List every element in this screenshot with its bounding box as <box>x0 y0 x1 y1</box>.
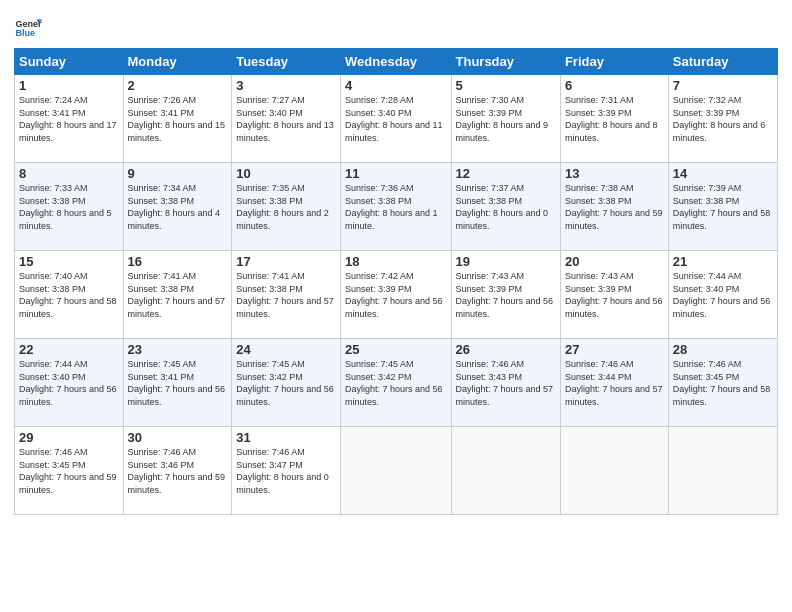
calendar-week-row: 22Sunrise: 7:44 AMSunset: 3:40 PMDayligh… <box>15 339 778 427</box>
calendar-day-cell: 2Sunrise: 7:26 AMSunset: 3:41 PMDaylight… <box>123 75 232 163</box>
logo-icon: General Blue <box>14 14 42 42</box>
day-info: Sunrise: 7:46 AMSunset: 3:45 PMDaylight:… <box>19 446 119 496</box>
day-number: 24 <box>236 342 336 357</box>
calendar-day-cell: 19Sunrise: 7:43 AMSunset: 3:39 PMDayligh… <box>451 251 560 339</box>
weekday-header-cell: Tuesday <box>232 49 341 75</box>
day-info: Sunrise: 7:33 AMSunset: 3:38 PMDaylight:… <box>19 182 119 232</box>
calendar-day-cell: 3Sunrise: 7:27 AMSunset: 3:40 PMDaylight… <box>232 75 341 163</box>
day-number: 11 <box>345 166 446 181</box>
day-info: Sunrise: 7:44 AMSunset: 3:40 PMDaylight:… <box>673 270 773 320</box>
calendar-week-row: 29Sunrise: 7:46 AMSunset: 3:45 PMDayligh… <box>15 427 778 515</box>
day-number: 4 <box>345 78 446 93</box>
day-info: Sunrise: 7:36 AMSunset: 3:38 PMDaylight:… <box>345 182 446 232</box>
day-info: Sunrise: 7:46 AMSunset: 3:45 PMDaylight:… <box>673 358 773 408</box>
day-number: 19 <box>456 254 556 269</box>
day-info: Sunrise: 7:45 AMSunset: 3:41 PMDaylight:… <box>128 358 228 408</box>
calendar-day-cell: 25Sunrise: 7:45 AMSunset: 3:42 PMDayligh… <box>341 339 451 427</box>
weekday-header-cell: Thursday <box>451 49 560 75</box>
calendar-day-cell: 7Sunrise: 7:32 AMSunset: 3:39 PMDaylight… <box>668 75 777 163</box>
calendar-day-cell: 8Sunrise: 7:33 AMSunset: 3:38 PMDaylight… <box>15 163 124 251</box>
day-number: 14 <box>673 166 773 181</box>
day-number: 25 <box>345 342 446 357</box>
calendar-day-cell: 1Sunrise: 7:24 AMSunset: 3:41 PMDaylight… <box>15 75 124 163</box>
day-info: Sunrise: 7:34 AMSunset: 3:38 PMDaylight:… <box>128 182 228 232</box>
calendar-day-cell: 5Sunrise: 7:30 AMSunset: 3:39 PMDaylight… <box>451 75 560 163</box>
calendar-day-cell: 12Sunrise: 7:37 AMSunset: 3:38 PMDayligh… <box>451 163 560 251</box>
day-number: 22 <box>19 342 119 357</box>
calendar-day-cell <box>341 427 451 515</box>
calendar-table: SundayMondayTuesdayWednesdayThursdayFrid… <box>14 48 778 515</box>
day-number: 9 <box>128 166 228 181</box>
day-info: Sunrise: 7:45 AMSunset: 3:42 PMDaylight:… <box>236 358 336 408</box>
day-number: 7 <box>673 78 773 93</box>
calendar-day-cell: 24Sunrise: 7:45 AMSunset: 3:42 PMDayligh… <box>232 339 341 427</box>
day-number: 1 <box>19 78 119 93</box>
day-number: 16 <box>128 254 228 269</box>
day-number: 8 <box>19 166 119 181</box>
day-number: 30 <box>128 430 228 445</box>
weekday-header-cell: Wednesday <box>341 49 451 75</box>
day-info: Sunrise: 7:28 AMSunset: 3:40 PMDaylight:… <box>345 94 446 144</box>
weekday-header-cell: Saturday <box>668 49 777 75</box>
calendar-day-cell: 13Sunrise: 7:38 AMSunset: 3:38 PMDayligh… <box>560 163 668 251</box>
weekday-header-row: SundayMondayTuesdayWednesdayThursdayFrid… <box>15 49 778 75</box>
day-number: 17 <box>236 254 336 269</box>
day-number: 31 <box>236 430 336 445</box>
weekday-header-cell: Friday <box>560 49 668 75</box>
day-info: Sunrise: 7:31 AMSunset: 3:39 PMDaylight:… <box>565 94 664 144</box>
day-info: Sunrise: 7:30 AMSunset: 3:39 PMDaylight:… <box>456 94 556 144</box>
day-number: 27 <box>565 342 664 357</box>
day-info: Sunrise: 7:46 AMSunset: 3:44 PMDaylight:… <box>565 358 664 408</box>
day-number: 21 <box>673 254 773 269</box>
calendar-week-row: 8Sunrise: 7:33 AMSunset: 3:38 PMDaylight… <box>15 163 778 251</box>
day-info: Sunrise: 7:37 AMSunset: 3:38 PMDaylight:… <box>456 182 556 232</box>
calendar-day-cell: 20Sunrise: 7:43 AMSunset: 3:39 PMDayligh… <box>560 251 668 339</box>
day-info: Sunrise: 7:42 AMSunset: 3:39 PMDaylight:… <box>345 270 446 320</box>
calendar-day-cell: 26Sunrise: 7:46 AMSunset: 3:43 PMDayligh… <box>451 339 560 427</box>
day-info: Sunrise: 7:46 AMSunset: 3:43 PMDaylight:… <box>456 358 556 408</box>
day-info: Sunrise: 7:41 AMSunset: 3:38 PMDaylight:… <box>236 270 336 320</box>
day-number: 13 <box>565 166 664 181</box>
day-info: Sunrise: 7:46 AMSunset: 3:47 PMDaylight:… <box>236 446 336 496</box>
day-info: Sunrise: 7:46 AMSunset: 3:46 PMDaylight:… <box>128 446 228 496</box>
day-info: Sunrise: 7:44 AMSunset: 3:40 PMDaylight:… <box>19 358 119 408</box>
weekday-header-cell: Monday <box>123 49 232 75</box>
page-header: General Blue <box>14 10 778 42</box>
calendar-day-cell: 9Sunrise: 7:34 AMSunset: 3:38 PMDaylight… <box>123 163 232 251</box>
day-number: 3 <box>236 78 336 93</box>
day-number: 5 <box>456 78 556 93</box>
calendar-day-cell: 16Sunrise: 7:41 AMSunset: 3:38 PMDayligh… <box>123 251 232 339</box>
svg-text:Blue: Blue <box>15 28 35 38</box>
calendar-day-cell: 28Sunrise: 7:46 AMSunset: 3:45 PMDayligh… <box>668 339 777 427</box>
day-number: 6 <box>565 78 664 93</box>
day-number: 23 <box>128 342 228 357</box>
calendar-day-cell <box>668 427 777 515</box>
day-number: 20 <box>565 254 664 269</box>
day-info: Sunrise: 7:41 AMSunset: 3:38 PMDaylight:… <box>128 270 228 320</box>
calendar-day-cell: 17Sunrise: 7:41 AMSunset: 3:38 PMDayligh… <box>232 251 341 339</box>
calendar-day-cell <box>451 427 560 515</box>
calendar-day-cell: 15Sunrise: 7:40 AMSunset: 3:38 PMDayligh… <box>15 251 124 339</box>
day-info: Sunrise: 7:43 AMSunset: 3:39 PMDaylight:… <box>565 270 664 320</box>
calendar-day-cell: 18Sunrise: 7:42 AMSunset: 3:39 PMDayligh… <box>341 251 451 339</box>
day-number: 18 <box>345 254 446 269</box>
day-info: Sunrise: 7:26 AMSunset: 3:41 PMDaylight:… <box>128 94 228 144</box>
day-info: Sunrise: 7:24 AMSunset: 3:41 PMDaylight:… <box>19 94 119 144</box>
calendar-day-cell: 29Sunrise: 7:46 AMSunset: 3:45 PMDayligh… <box>15 427 124 515</box>
day-number: 28 <box>673 342 773 357</box>
calendar-week-row: 15Sunrise: 7:40 AMSunset: 3:38 PMDayligh… <box>15 251 778 339</box>
calendar-day-cell <box>560 427 668 515</box>
day-number: 10 <box>236 166 336 181</box>
calendar-day-cell: 6Sunrise: 7:31 AMSunset: 3:39 PMDaylight… <box>560 75 668 163</box>
page-container: General Blue SundayMondayTuesdayWednesda… <box>0 0 792 523</box>
calendar-day-cell: 23Sunrise: 7:45 AMSunset: 3:41 PMDayligh… <box>123 339 232 427</box>
calendar-body: 1Sunrise: 7:24 AMSunset: 3:41 PMDaylight… <box>15 75 778 515</box>
calendar-day-cell: 31Sunrise: 7:46 AMSunset: 3:47 PMDayligh… <box>232 427 341 515</box>
weekday-header-cell: Sunday <box>15 49 124 75</box>
day-info: Sunrise: 7:27 AMSunset: 3:40 PMDaylight:… <box>236 94 336 144</box>
day-number: 2 <box>128 78 228 93</box>
logo: General Blue <box>14 14 44 42</box>
calendar-day-cell: 27Sunrise: 7:46 AMSunset: 3:44 PMDayligh… <box>560 339 668 427</box>
calendar-day-cell: 11Sunrise: 7:36 AMSunset: 3:38 PMDayligh… <box>341 163 451 251</box>
day-info: Sunrise: 7:38 AMSunset: 3:38 PMDaylight:… <box>565 182 664 232</box>
